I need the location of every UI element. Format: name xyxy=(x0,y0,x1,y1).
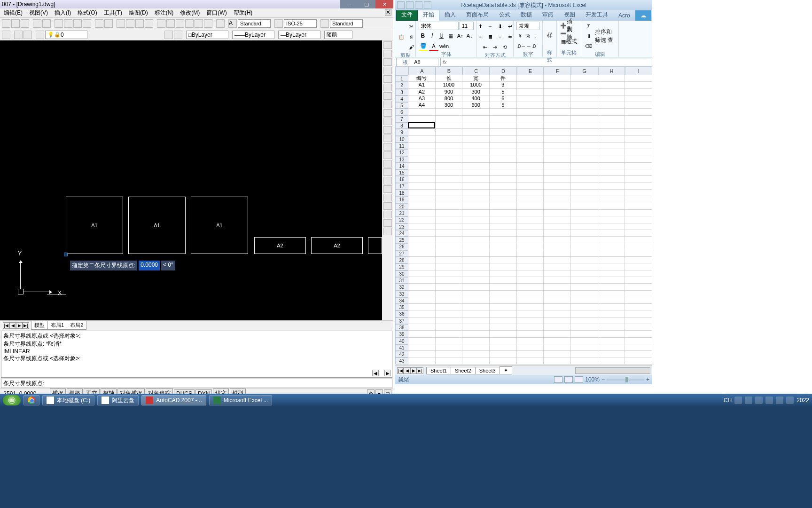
cell[interactable] xyxy=(625,176,652,183)
rt-arc-icon[interactable] xyxy=(383,75,392,83)
cell[interactable] xyxy=(490,310,517,317)
cell[interactable] xyxy=(436,338,463,344)
cell[interactable] xyxy=(490,109,517,115)
cells-area[interactable]: 编号长宽件A1100010003A29003005A38004006A43006… xyxy=(408,75,652,365)
cell[interactable] xyxy=(625,203,652,210)
menu-edit[interactable]: 编辑(E) xyxy=(2,9,24,17)
rt-insert-icon[interactable] xyxy=(383,126,392,134)
formula-input[interactable] xyxy=(440,58,651,66)
cell[interactable] xyxy=(462,163,490,169)
cell[interactable] xyxy=(408,257,436,263)
cell[interactable] xyxy=(598,230,625,237)
cell[interactable] xyxy=(625,143,652,149)
rt-pline-icon[interactable] xyxy=(383,50,392,57)
tb-dc-icon[interactable] xyxy=(166,19,175,28)
rt-polygon-icon[interactable] xyxy=(383,58,392,66)
align-right-icon[interactable]: ≡ xyxy=(495,32,505,41)
tab-acrobat[interactable]: Acro xyxy=(613,10,635,21)
align-bot-icon[interactable]: ⬇ xyxy=(495,22,505,31)
cell[interactable] xyxy=(408,149,436,156)
cell[interactable] xyxy=(571,210,598,216)
row-header[interactable]: 26 xyxy=(395,243,408,250)
tb-layerwalk-icon[interactable] xyxy=(174,31,182,39)
cell[interactable] xyxy=(598,257,625,263)
cell[interactable] xyxy=(598,357,625,364)
tb-save-icon[interactable] xyxy=(21,19,29,28)
cell[interactable] xyxy=(436,196,463,203)
cell[interactable] xyxy=(408,190,436,196)
cell[interactable] xyxy=(544,284,571,290)
cell[interactable] xyxy=(462,176,490,183)
tb-dimstyle-icon[interactable] xyxy=(274,19,283,28)
cell[interactable] xyxy=(571,176,598,183)
layer-combo[interactable]: 💡🔒 0 xyxy=(45,31,87,39)
tray-icon[interactable] xyxy=(745,397,752,404)
cell[interactable] xyxy=(571,331,598,337)
cell[interactable] xyxy=(490,270,517,277)
cell[interactable] xyxy=(544,257,571,263)
cell[interactable] xyxy=(625,351,652,357)
cell[interactable] xyxy=(517,89,544,95)
clear-icon[interactable]: ⌫ xyxy=(584,41,593,51)
cell[interactable] xyxy=(598,237,625,243)
tb-undo-icon[interactable] xyxy=(95,19,103,28)
cell[interactable] xyxy=(462,196,490,203)
cell[interactable] xyxy=(462,230,490,237)
cell[interactable] xyxy=(517,136,544,143)
merge-icon[interactable]: ⬌ xyxy=(505,32,515,41)
cell[interactable] xyxy=(544,89,571,95)
cad-command-history[interactable]: 条尺寸界线原点或 <选择对象>: 条尺寸界线原点: *取消* IMLINEAR … xyxy=(1,331,392,378)
cell[interactable] xyxy=(517,82,544,88)
cell[interactable] xyxy=(462,291,490,297)
cell[interactable] xyxy=(544,143,571,149)
cell[interactable] xyxy=(436,163,463,169)
cell[interactable] xyxy=(544,338,571,344)
cell[interactable] xyxy=(462,149,490,156)
cell[interactable] xyxy=(517,351,544,357)
row-header[interactable]: 14 xyxy=(395,163,408,169)
cell[interactable] xyxy=(571,203,598,210)
sheet-first-icon[interactable]: |◀ xyxy=(397,367,404,374)
row-header[interactable]: 31 xyxy=(395,277,408,284)
cell[interactable] xyxy=(598,263,625,270)
sheet-last-icon[interactable]: ▶| xyxy=(417,367,423,374)
cell[interactable] xyxy=(571,237,598,243)
plotstyle-combo[interactable]: 随颜 xyxy=(324,31,352,39)
tb-zoom-icon[interactable] xyxy=(126,19,134,28)
cell[interactable]: 5 xyxy=(490,102,517,109)
cell[interactable] xyxy=(625,284,652,290)
cell[interactable] xyxy=(462,169,490,176)
cell[interactable] xyxy=(571,156,598,163)
cell[interactable] xyxy=(436,270,463,277)
cell[interactable] xyxy=(571,324,598,331)
cell[interactable] xyxy=(490,183,517,190)
menu-tools[interactable]: 工具(T) xyxy=(102,9,124,17)
zoom-slider[interactable] xyxy=(607,379,644,381)
row-header[interactable]: 43 xyxy=(395,357,408,364)
autosum-icon[interactable]: Σ xyxy=(584,22,593,31)
cell[interactable] xyxy=(571,250,598,257)
taskbar-item[interactable]: Microsoft Excel ... xyxy=(209,395,273,405)
decdec-icon[interactable]: ←.0 xyxy=(526,41,536,51)
tb-print-icon[interactable] xyxy=(33,19,41,28)
zoom-in-icon[interactable]: + xyxy=(646,376,649,383)
cell[interactable] xyxy=(408,338,436,344)
cell[interactable] xyxy=(490,243,517,250)
cell[interactable] xyxy=(462,357,490,364)
cell[interactable] xyxy=(571,149,598,156)
rt-gradient-icon[interactable] xyxy=(383,160,392,167)
tb-open-icon[interactable] xyxy=(11,19,20,28)
tb-new-icon[interactable] xyxy=(2,19,10,28)
cell[interactable] xyxy=(625,196,652,203)
cell[interactable] xyxy=(436,156,463,163)
cell[interactable] xyxy=(490,351,517,357)
cell[interactable] xyxy=(598,284,625,290)
sheet-tab[interactable]: Sheet2 xyxy=(451,367,476,374)
cell[interactable]: 800 xyxy=(436,95,463,102)
fill-icon[interactable]: ⬇ xyxy=(584,32,593,41)
cell[interactable] xyxy=(490,169,517,176)
cell[interactable] xyxy=(625,357,652,364)
tab-last-icon[interactable]: ▶| xyxy=(23,322,29,329)
row-header[interactable]: 5 xyxy=(395,102,408,109)
cell[interactable] xyxy=(625,223,652,230)
